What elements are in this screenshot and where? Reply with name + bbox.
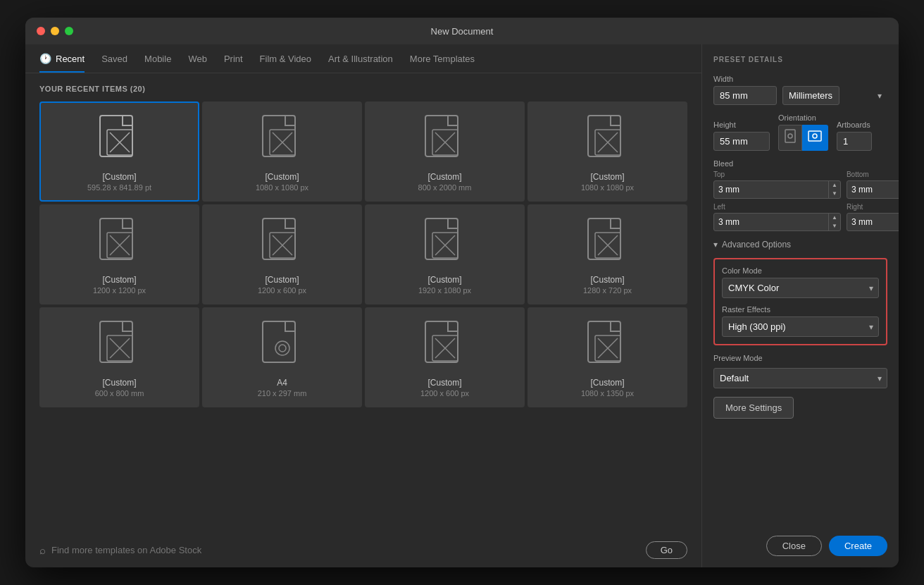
- list-item[interactable]: [Custom] 600 x 800 mm: [39, 307, 199, 407]
- document-icon: [97, 114, 142, 165]
- list-item[interactable]: [Custom] 800 x 2000 mm: [365, 101, 525, 202]
- bleed-right-field: Right ▲ ▼: [847, 203, 899, 231]
- color-mode-label: Color Mode: [722, 266, 879, 275]
- main-content: 🕐 Recent Saved Mobile Web Print Film & V…: [25, 44, 899, 567]
- width-unit-select[interactable]: Millimeters Pixels Inches Points: [782, 86, 839, 105]
- tab-mobile[interactable]: Mobile: [144, 53, 171, 73]
- bottom-buttons: Close Create: [713, 530, 887, 556]
- item-label: [Custom]: [265, 172, 299, 182]
- clock-icon: 🕐: [39, 53, 51, 64]
- search-input[interactable]: [51, 545, 639, 555]
- list-item[interactable]: [Custom] 1920 x 1080 px: [365, 204, 525, 304]
- bleed-top-down[interactable]: ▼: [829, 190, 840, 198]
- document-icon: [260, 320, 305, 371]
- bleed-right-input[interactable]: [847, 214, 899, 230]
- advanced-section: Color Mode CMYK Color RGB Color Raster E…: [713, 258, 887, 345]
- svg-point-48: [788, 134, 792, 138]
- tab-art[interactable]: Art & Illustration: [328, 53, 393, 73]
- document-icon: [423, 320, 468, 371]
- document-icon: [585, 320, 630, 371]
- bleed-right-label: Right: [847, 203, 899, 211]
- chevron-down-icon: ▾: [713, 240, 718, 250]
- search-icon: ⌕: [39, 544, 46, 556]
- close-button[interactable]: [37, 27, 45, 35]
- list-item[interactable]: [Custom] 1080 x 1350 px: [527, 307, 687, 407]
- document-icon: [97, 320, 142, 371]
- item-sublabel: 1080 x 1350 px: [581, 389, 634, 398]
- portrait-button[interactable]: [778, 125, 802, 151]
- bleed-top-label: Top: [713, 171, 841, 178]
- width-row: Millimeters Pixels Inches Points: [713, 86, 887, 105]
- preview-select[interactable]: Default Pixel Overprint: [713, 368, 887, 388]
- artboards-input[interactable]: [837, 132, 872, 151]
- item-sublabel: 1200 x 600 px: [258, 286, 306, 295]
- item-label: [Custom]: [427, 275, 461, 285]
- item-sublabel: 1920 x 1080 px: [418, 286, 471, 295]
- tab-saved-label: Saved: [101, 54, 127, 64]
- bleed-bottom-spinner: ▲ ▼: [847, 180, 899, 199]
- item-label: [Custom]: [102, 275, 136, 285]
- bleed-top-field: Top ▲ ▼: [713, 171, 841, 199]
- bleed-section: Bleed Top ▲ ▼: [713, 159, 887, 231]
- list-item[interactable]: [Custom] 595.28 x 841.89 pt: [39, 101, 199, 202]
- tab-more-label: More Templates: [410, 54, 475, 64]
- height-label: Height: [713, 121, 770, 129]
- tab-film[interactable]: Film & Video: [260, 53, 311, 73]
- item-label: A4: [277, 378, 287, 388]
- bleed-top-up[interactable]: ▲: [829, 181, 840, 190]
- item-label: [Custom]: [265, 275, 299, 285]
- svg-point-50: [813, 134, 817, 138]
- items-grid: [Custom] 595.28 x 841.89 pt: [39, 101, 687, 407]
- item-label: [Custom]: [102, 378, 136, 388]
- section-title: YOUR RECENT ITEMS (20): [39, 85, 687, 93]
- more-settings-button[interactable]: More Settings: [713, 397, 794, 419]
- list-item[interactable]: [Custom] 1200 x 1200 px: [39, 204, 199, 304]
- bleed-label: Bleed: [713, 159, 887, 168]
- landscape-button[interactable]: [802, 125, 828, 151]
- left-panel: 🕐 Recent Saved Mobile Web Print Film & V…: [25, 44, 701, 567]
- preview-wrapper: Default Pixel Overprint: [713, 368, 887, 388]
- tab-recent[interactable]: 🕐 Recent: [39, 53, 85, 73]
- bleed-left-input[interactable]: [714, 214, 828, 230]
- list-item[interactable]: A4 210 x 297 mm: [202, 307, 362, 407]
- close-button[interactable]: Close: [766, 536, 822, 556]
- list-item[interactable]: [Custom] 1080 x 1080 px: [202, 101, 362, 202]
- go-button[interactable]: Go: [646, 541, 687, 559]
- item-sublabel: 800 x 2000 mm: [418, 183, 472, 192]
- item-label: [Custom]: [590, 378, 624, 388]
- list-item[interactable]: [Custom] 1280 x 720 px: [527, 204, 687, 304]
- item-sublabel: 1080 x 1080 px: [581, 183, 634, 192]
- search-bar: ⌕ Go: [25, 533, 701, 567]
- tab-print-label: Print: [224, 54, 243, 64]
- create-button[interactable]: Create: [829, 536, 887, 556]
- bleed-left-down[interactable]: ▼: [829, 222, 840, 230]
- color-mode-select[interactable]: CMYK Color RGB Color: [722, 278, 879, 298]
- maximize-button[interactable]: [65, 27, 73, 35]
- width-input[interactable]: [713, 86, 777, 105]
- tab-print[interactable]: Print: [224, 53, 243, 73]
- bleed-grid: Top ▲ ▼ Left: [713, 171, 887, 231]
- bleed-top-input[interactable]: [714, 182, 828, 197]
- document-icon: [97, 217, 142, 268]
- raster-select[interactable]: Screen (72 ppi) Medium (150 ppi) High (3…: [722, 316, 879, 337]
- tab-saved[interactable]: Saved: [101, 53, 127, 73]
- bleed-left-arrows: ▲ ▼: [828, 214, 840, 230]
- list-item[interactable]: [Custom] 1200 x 600 px: [202, 204, 362, 304]
- bleed-right-col: Bottom ▲ ▼ 🔗: [847, 171, 899, 231]
- tab-web[interactable]: Web: [188, 53, 207, 73]
- bleed-left-up[interactable]: ▲: [829, 214, 840, 222]
- tab-more[interactable]: More Templates: [410, 53, 475, 73]
- width-field: Width Millimeters Pixels Inches Points: [713, 75, 887, 105]
- bleed-left-field: Left ▲ ▼: [713, 203, 841, 231]
- minimize-button[interactable]: [51, 27, 59, 35]
- bleed-bottom-input[interactable]: [847, 182, 899, 197]
- advanced-toggle[interactable]: ▾ Advanced Options: [713, 240, 887, 250]
- advanced-label: Advanced Options: [722, 240, 791, 250]
- traffic-lights: [37, 27, 73, 35]
- height-field: Height: [713, 121, 770, 151]
- color-mode-wrapper: CMYK Color RGB Color: [722, 278, 879, 298]
- svg-rect-49: [808, 131, 821, 141]
- list-item[interactable]: [Custom] 1200 x 600 px: [365, 307, 525, 407]
- list-item[interactable]: [Custom] 1080 x 1080 px: [527, 101, 687, 202]
- height-input[interactable]: [713, 132, 770, 151]
